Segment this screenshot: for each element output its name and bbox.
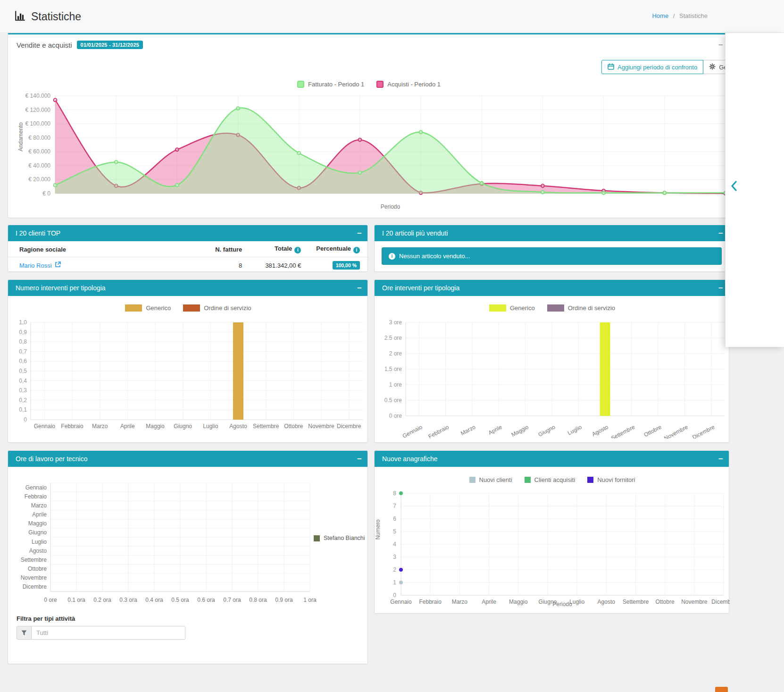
legend-item[interactable]: Fatturato - Periodo 1 <box>297 81 364 88</box>
data-point-Maggio[interactable] <box>297 152 300 155</box>
data-point-Ottobre[interactable] <box>602 191 605 194</box>
point-nuovi-clienti[interactable] <box>399 581 403 584</box>
data-point-Giugno[interactable] <box>359 138 362 142</box>
svg-text:Ottobre: Ottobre <box>284 423 303 430</box>
legend-item[interactable]: Clienti acquisiti <box>525 476 575 483</box>
vendite-y-axis-title: Andamento <box>17 122 24 151</box>
svg-text:2.5 ore: 2.5 ore <box>384 335 402 341</box>
legend-label: Nuovi fornitori <box>597 476 635 483</box>
data-point-Settembre[interactable] <box>541 191 544 194</box>
app-header: Statistiche Home / Statistiche <box>0 0 784 32</box>
panel-numero-interventi-title: Numero interventi per tipologia <box>16 284 106 292</box>
data-point-Settembre[interactable] <box>541 184 544 187</box>
svg-text:3 ore: 3 ore <box>389 319 402 326</box>
anagrafiche-chart-legend: Nuovi clientiClienti acquisitiNuovi forn… <box>375 476 730 483</box>
data-point-Luglio[interactable] <box>419 130 423 134</box>
svg-text:0.5 ore: 0.5 ore <box>384 397 402 404</box>
svg-text:Dicembre: Dicembre <box>691 423 716 439</box>
legend-item[interactable]: Ordine di servizio <box>547 304 615 312</box>
info-icon[interactable]: i <box>294 247 301 253</box>
legend-swatch <box>314 535 320 541</box>
svg-text:Settembre: Settembre <box>253 423 279 430</box>
svg-text:0.1 ora: 0.1 ora <box>67 597 85 603</box>
svg-text:0,8: 0,8 <box>19 338 27 345</box>
collapse-icon[interactable]: − <box>718 284 723 292</box>
collapse-icon[interactable]: − <box>718 41 723 49</box>
panel-top-articles-header: I 20 articoli più venduti − <box>375 225 729 241</box>
svg-text:Agosto: Agosto <box>591 423 609 438</box>
data-point-Agosto[interactable] <box>480 181 484 185</box>
svg-text:€ 0: € 0 <box>42 190 50 197</box>
svg-text:Novembre: Novembre <box>308 423 334 430</box>
client-percent-badge: 100,00 % <box>333 261 360 270</box>
data-point-Febbraio[interactable] <box>115 160 118 164</box>
collapse-icon[interactable]: − <box>718 229 723 237</box>
bar-chart-icon <box>14 9 26 24</box>
panel-nuove-anagrafiche: Nuove anagrafiche − Nuovi clientiClienti… <box>374 450 729 614</box>
legend-item[interactable]: Ordine di servizio <box>183 304 251 312</box>
breadcrumb: Home / Statistiche <box>604 12 708 19</box>
breadcrumb-home-link[interactable]: Home <box>652 12 668 19</box>
svg-text:€ 60.000: € 60.000 <box>28 148 50 155</box>
svg-text:Marzo: Marzo <box>31 502 47 509</box>
collapse-icon[interactable]: − <box>357 284 362 292</box>
collapse-icon[interactable]: − <box>718 455 723 463</box>
anagrafiche-x-axis-title: Periodo <box>401 601 724 608</box>
legend-item[interactable]: Generico <box>125 304 171 312</box>
svg-text:Giugno: Giugno <box>537 423 556 438</box>
svg-text:2: 2 <box>393 566 396 573</box>
svg-text:Maggio: Maggio <box>146 423 165 430</box>
data-point-Novembre[interactable] <box>663 191 666 194</box>
data-point-Aprile[interactable] <box>236 107 240 110</box>
panel-top-clients-header: I 20 clienti TOP − <box>8 225 367 241</box>
panel-nuove-anagrafiche-title: Nuove anagrafiche <box>382 455 438 463</box>
numero-interventi-chart: 1,00,90,80,70,60,50,40,30,20,10GennaioFe… <box>8 317 368 435</box>
col-ragione-sociale: Ragione sociale <box>8 241 193 257</box>
legend-item[interactable]: Acquisti - Periodo 1 <box>376 81 441 88</box>
svg-text:1 ora: 1 ora <box>303 597 317 603</box>
legend-label: Generico <box>146 304 171 312</box>
add-comparison-period-button[interactable]: Aggiungi periodo di confronto <box>601 60 703 74</box>
client-link[interactable]: Mario Rossi <box>19 262 61 269</box>
top-clients-table: Ragione sociale N. fatture Totalei Perce… <box>8 241 367 273</box>
bar-generico-Agosto[interactable] <box>233 322 243 420</box>
point-clienti-acquisiti[interactable] <box>399 491 403 495</box>
legend-label: Ordine di servizio <box>568 304 615 312</box>
data-point-Gennaio[interactable] <box>54 98 57 101</box>
svg-text:Luglio: Luglio <box>567 423 583 437</box>
ore-lavoro-chart: 0 ore0.1 ora0.2 ora0.3 ora0.4 ora0.5 ora… <box>8 477 368 614</box>
legend-item[interactable]: Nuovi fornitori <box>587 476 635 483</box>
numero-chart-legend: GenericoOrdine di servizio <box>8 304 368 312</box>
svg-text:0,4: 0,4 <box>19 378 27 384</box>
table-row: Mario Rossi 8 381.342,00 € 100,00 % <box>8 257 367 274</box>
activity-filter-input[interactable] <box>32 626 185 640</box>
info-icon[interactable]: i <box>353 247 360 253</box>
chevron-left-icon[interactable] <box>730 180 738 194</box>
svg-text:0,7: 0,7 <box>19 348 27 355</box>
legend-item[interactable]: Nuovi clienti <box>469 476 512 483</box>
no-articles-alert: i Nessun articolo venduto... <box>382 247 722 265</box>
bar-generico-Agosto[interactable] <box>600 322 610 416</box>
svg-text:0,3: 0,3 <box>19 387 27 394</box>
data-point-Gennaio[interactable] <box>54 184 57 187</box>
col-totale: Totalei <box>250 241 309 257</box>
data-point-Giugno[interactable] <box>359 171 362 174</box>
panel-top-articles: I 20 articoli più venduti − i Nessun art… <box>374 225 729 272</box>
data-point-Marzo[interactable] <box>175 148 179 151</box>
svg-text:Ottobre: Ottobre <box>28 565 47 572</box>
svg-text:0: 0 <box>393 592 396 599</box>
data-point-Marzo[interactable] <box>175 184 179 187</box>
breadcrumb-separator: / <box>673 12 675 19</box>
collapse-icon[interactable]: − <box>357 455 362 463</box>
svg-text:5: 5 <box>393 528 396 535</box>
panel-top-clients-title: I 20 clienti TOP <box>16 229 60 237</box>
collapse-icon[interactable]: − <box>357 229 362 237</box>
legend-label: Nuovi clienti <box>479 476 512 483</box>
ore-interventi-chart: 3 ore2.5 ore2 ore1.5 ore1 ore0.5 ore0 or… <box>375 317 730 439</box>
svg-text:€ 140.000: € 140.000 <box>25 93 51 99</box>
svg-text:Settembre: Settembre <box>610 423 636 439</box>
point-nuovi-fornitori[interactable] <box>399 568 403 572</box>
toast-sliver[interactable] <box>715 687 728 692</box>
legend-item[interactable]: Generico <box>489 304 535 312</box>
svg-text:2 ore: 2 ore <box>389 350 402 357</box>
